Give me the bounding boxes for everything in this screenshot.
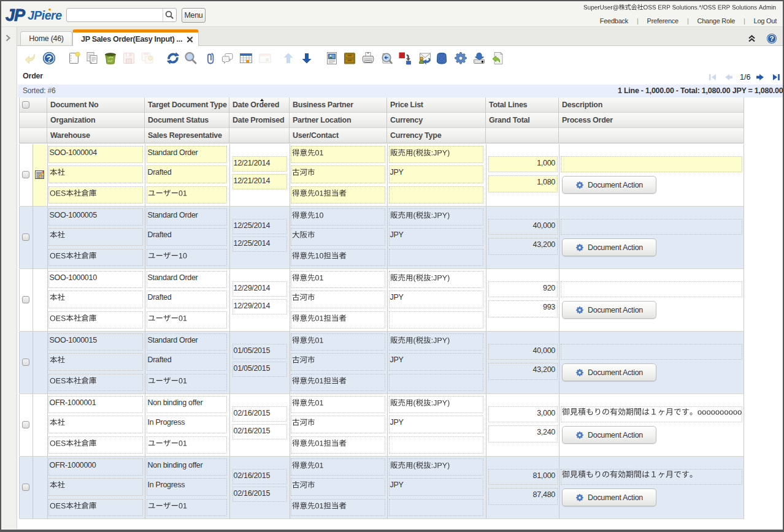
svg-text:?: ? bbox=[46, 53, 52, 64]
svg-text:?: ? bbox=[769, 35, 774, 42]
